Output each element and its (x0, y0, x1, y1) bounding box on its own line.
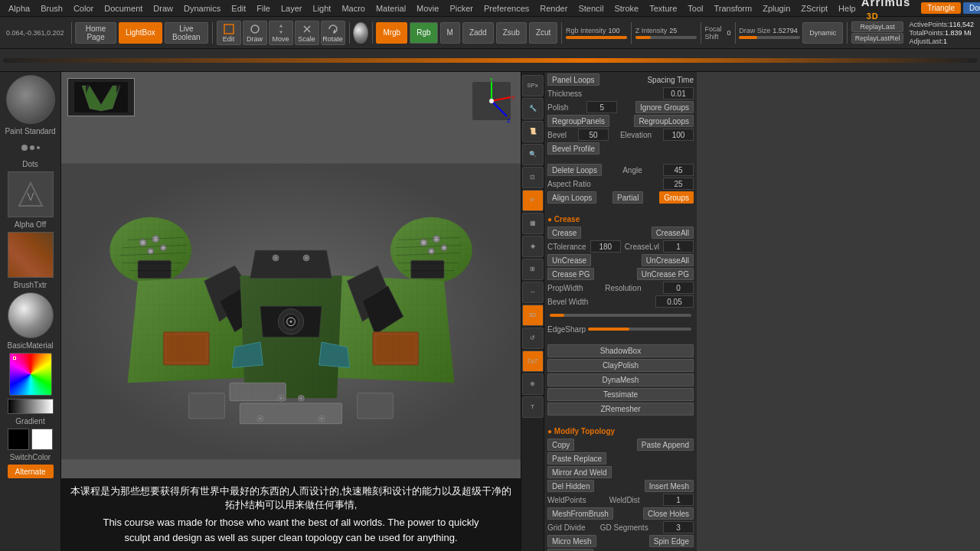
lightbox-button[interactable]: LightBox (119, 22, 162, 44)
del-hidden-button[interactable]: Del Hidden (547, 480, 594, 492)
menu-movie[interactable]: Movie (411, 2, 444, 15)
3d-icon-button[interactable]: 3D (522, 305, 544, 326)
alpha-preview[interactable]: V (8, 171, 54, 217)
paste-append-button[interactable]: Paste Append (637, 439, 694, 451)
regroup-loops-button[interactable]: RegroupLoops (634, 115, 694, 127)
menu-file[interactable]: File (251, 2, 276, 15)
rgb-intensity-slider[interactable] (566, 36, 627, 39)
gd-segments-input[interactable] (663, 521, 694, 533)
m-button[interactable]: M (440, 22, 460, 44)
weld-dist-input[interactable] (663, 494, 694, 506)
model-thumbnail[interactable] (67, 78, 135, 116)
rotate-icon-button[interactable]: ↺ (522, 328, 544, 349)
resolution-input[interactable] (663, 282, 694, 294)
brush-preview[interactable] (6, 75, 55, 124)
edge-sharp-slider[interactable] (588, 328, 691, 331)
home-page-button[interactable]: Home Page (75, 22, 116, 44)
scroll-icon-button[interactable]: 📜 (522, 121, 544, 142)
menu-macro[interactable]: Macro (336, 2, 371, 15)
menu-zscript[interactable]: ZScript (795, 2, 833, 15)
local-icon-button[interactable]: ◈ (522, 236, 544, 257)
white-swatch[interactable] (31, 429, 53, 450)
menu-dynamics[interactable]: Dynamics (178, 2, 226, 15)
edit-button[interactable]: Edit (217, 21, 241, 45)
live-boolean-button[interactable]: Live Boolean (165, 22, 208, 44)
tessimate-button[interactable]: Tessimate (547, 388, 694, 401)
material-preview-sphere[interactable] (353, 22, 368, 44)
menu-stroke[interactable]: Stroke (609, 2, 644, 15)
mirror-weld-button[interactable]: Mirror And Weld (547, 466, 612, 478)
replay-last-button[interactable]: ReplayLast (851, 21, 904, 32)
menu-layer[interactable]: Layer (276, 2, 308, 15)
menu-texture[interactable]: Texture (644, 2, 682, 15)
persp-icon-button[interactable]: P (522, 190, 544, 211)
menu-render[interactable]: Render (534, 2, 573, 15)
uncrease-pg-button[interactable]: UnCrease PG (637, 268, 694, 280)
menu-transform[interactable]: Transform (708, 2, 757, 15)
transp-icon-button[interactable]: T (522, 396, 544, 418)
z-remesher-button[interactable]: ZRemesher (547, 403, 694, 416)
black-swatch[interactable] (8, 429, 29, 450)
crease-all-button[interactable]: CreaseAll (652, 227, 694, 239)
orientation-cube[interactable]: X Y Z (469, 78, 514, 124)
double-button[interactable]: Double (963, 2, 980, 14)
zadd-button[interactable]: Zadd (462, 22, 494, 44)
close-holes-button[interactable]: Close Holes (643, 507, 694, 520)
delete-loops-button[interactable]: Delete Loops (547, 164, 602, 176)
brush-texture-preview[interactable] (8, 232, 54, 278)
menu-stencil[interactable]: Stencil (573, 2, 609, 15)
zyz-icon-button[interactable]: ZyZ (522, 350, 544, 372)
align-loops-button[interactable]: Align Loops (547, 191, 596, 204)
shadow-box-button[interactable]: ShadowBox (547, 344, 694, 357)
aspect-ratio-input[interactable] (663, 178, 694, 190)
triangle-button[interactable]: Triangle (921, 2, 961, 14)
partial-button[interactable]: Partial (612, 191, 643, 204)
spin-edge-button[interactable]: Spin Edge (649, 535, 694, 547)
menu-light[interactable]: Light (308, 2, 337, 15)
copy-button[interactable]: Copy (547, 439, 574, 451)
menu-document[interactable]: Document (99, 2, 148, 15)
regroup-panels-button[interactable]: RegroupPanels (547, 115, 609, 127)
move-button[interactable]: Move (269, 21, 293, 45)
angle-input[interactable] (663, 164, 694, 176)
crease-button[interactable]: Crease (547, 227, 581, 239)
replay-last-rel-button[interactable]: ReplayLastRel (851, 33, 904, 44)
floor-icon-button[interactable]: ▦ (522, 213, 544, 234)
gradient-preview[interactable] (8, 399, 54, 414)
move-icon-button[interactable]: ↔ (522, 282, 544, 303)
groups-button[interactable]: Groups (659, 191, 694, 204)
polish-input[interactable] (586, 101, 617, 113)
alternate-button[interactable]: Alternate (8, 465, 54, 478)
z-intensity-slider[interactable] (635, 36, 697, 39)
panel-loops-button[interactable]: Panel Loops (547, 73, 599, 86)
transform-icon-button[interactable]: ⊕ (522, 373, 544, 395)
dynamic-button[interactable]: Dynamic (802, 22, 843, 44)
ctolerance-input[interactable] (590, 240, 621, 253)
menu-preferences[interactable]: Preferences (479, 2, 534, 15)
menu-brush[interactable]: Brush (35, 2, 68, 15)
thickness-input[interactable] (663, 87, 694, 99)
elevation-input[interactable] (663, 129, 694, 141)
mrgb-button[interactable]: Mrgb (376, 22, 407, 44)
zsub-button[interactable]: Zsub (496, 22, 527, 44)
spiX-icon-button[interactable]: SPx (522, 75, 544, 96)
menu-color[interactable]: Color (68, 2, 99, 15)
creaselvl-input[interactable] (663, 240, 694, 253)
uncrease-all-button[interactable]: UnCreaseAll (642, 254, 694, 266)
bevel-width-input[interactable] (655, 295, 694, 308)
zcut-button[interactable]: Zcut (529, 22, 557, 44)
menu-tool[interactable]: Tool (682, 2, 708, 15)
zoom-icon-button[interactable]: 🔍 (522, 144, 544, 165)
material-preview[interactable] (8, 292, 54, 338)
paste-replace-button[interactable]: Paste Replace (547, 452, 606, 465)
actual-icon-button[interactable]: ⊡ (522, 167, 544, 188)
canvas-area[interactable]: X Y Z 本课程是为那些想要获得所有世界中最好的东西的人而设计的,快速雕刻和设… (61, 72, 521, 551)
bevel-width-slider[interactable] (550, 314, 691, 317)
bevel-profile-button[interactable]: Bevel Profile (547, 142, 599, 155)
dyna-mesh-button[interactable]: DynaMesh (547, 373, 694, 386)
rotate-button[interactable]: Rotate (321, 21, 345, 45)
crease-pg-button[interactable]: Crease PG (547, 268, 594, 280)
clay-polish-button[interactable]: ClayPolish (547, 359, 694, 372)
color-wheel[interactable] (9, 353, 52, 396)
menu-zplugin[interactable]: Zplugin (757, 2, 795, 15)
